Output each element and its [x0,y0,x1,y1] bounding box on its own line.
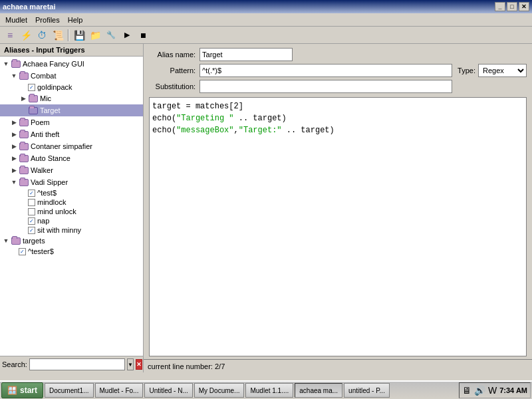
tree-label-mic: Mic [40,94,51,102]
menu-bar: Mudlet Profiles Help [0,13,532,27]
taskbar-item-untitled-p[interactable]: untitled - P... [344,383,390,398]
menu-mudlet[interactable]: Mudlet [1,15,31,25]
substitution-label: Substitution: [149,82,196,90]
checkbox-goldinpack[interactable]: ✓ [28,84,35,91]
toolbar-aliases-btn[interactable]: ≡ [3,28,17,43]
alias-name-label: Alias name: [149,51,196,59]
tree-item-achaea-gui[interactable]: ▼ Achaea Fancy GUI [0,58,143,70]
checkbox-nap[interactable]: ✓ [28,217,35,225]
toolbar-scripts-btn[interactable]: 📜 [51,28,65,43]
tree-area: ▼ Achaea Fancy GUI ▼ Combat ✓ goldinpack [0,57,143,356]
expand-target [19,106,28,115]
checkbox-tester[interactable]: ✓ [19,248,26,255]
start-button[interactable]: 🪟 start [1,382,43,398]
folder-achaea-gui-icon [11,59,21,69]
menu-help[interactable]: Help [64,15,87,25]
toolbar-save-btn[interactable]: 💾 [72,28,86,43]
expand-contaner[interactable]: ▶ [9,142,19,151]
menu-profiles[interactable]: Profiles [31,15,64,25]
taskbar-item-mudlet-fo[interactable]: Mudlet - Fo... [95,383,144,398]
toolbar-btn-6[interactable]: 📁 [88,28,102,43]
taskbar-item-untitled-n[interactable]: Untitled - N... [144,383,192,398]
pattern-input[interactable] [200,64,452,77]
code-editor[interactable]: target = matches[2] echo("Targeting " ..… [149,97,527,356]
tree-item-autostance[interactable]: ▶ Auto Stance [0,152,143,164]
expand-achaea-gui[interactable]: ▼ [1,59,11,68]
status-text: current line number: 2/7 [148,362,225,370]
expand-antitheft[interactable]: ▶ [9,130,19,139]
tree-item-targets[interactable]: ▼ targets [0,235,143,247]
folder-antitheft-icon [19,129,29,140]
alias-name-input[interactable] [200,48,293,61]
search-dropdown-button[interactable]: ▼ [127,358,134,370]
tree-item-poem[interactable]: ▶ Poem [0,116,143,128]
type-select[interactable]: Regex Substring Exact [478,64,527,77]
expand-combat[interactable]: ▼ [9,71,19,80]
expand-targets[interactable]: ▼ [1,236,11,245]
tree-item-mindlock[interactable]: mindlock [0,198,143,207]
checkbox-mindunlock[interactable] [28,208,35,215]
toolbar-btn-8[interactable]: ▶ [120,28,134,43]
taskbar-label-untitled-n: Untitled - N... [149,387,188,394]
tree-item-antitheft[interactable]: ▶ Anti theft [0,128,143,140]
expand-mic[interactable]: ▶ [19,94,28,103]
tree-label-targets: targets [23,237,45,245]
tree-item-test[interactable]: ✓ ^test$ [0,188,143,198]
tree-label-test: ^test$ [37,189,57,197]
tree-label-contaner: Contaner simpafier [31,142,92,150]
expand-walker[interactable]: ▶ [9,166,19,175]
close-button[interactable]: ✕ [519,2,529,11]
toolbar-sep-1 [68,29,69,41]
tree-item-sitwithminny[interactable]: ✓ sit with minny [0,225,143,235]
tree-item-goldinpack[interactable]: ✓ goldinpack [0,82,143,92]
sidebar: Aliases - Input Triggers ▼ Achaea Fancy … [0,44,144,372]
tree-item-walker[interactable]: ▶ Walker [0,164,143,176]
sidebar-header: Aliases - Input Triggers [0,44,143,57]
tree-item-mic[interactable]: ▶ Mic [0,92,143,104]
tree-item-nap[interactable]: ✓ nap [0,216,143,225]
toolbar-timers-btn[interactable]: ⏱ [35,28,49,43]
checkbox-test[interactable]: ✓ [28,190,35,197]
expand-poem[interactable]: ▶ [9,118,19,127]
toolbar-btn-9[interactable]: ⏹ [136,28,150,43]
substitution-input[interactable] [200,80,452,93]
tree-item-tester[interactable]: ✓ ^tester$ [0,247,143,256]
tree-item-mindunlock[interactable]: mind unlock [0,207,143,216]
folder-vadiSipper-icon [19,177,29,188]
checkbox-mindlock[interactable] [28,199,35,206]
tree-item-contaner[interactable]: ▶ Contaner simpafier [0,140,143,152]
taskbar-item-mudlet11[interactable]: Mudlet 1.1.... [245,383,293,398]
expand-vadiSipper[interactable]: ▼ [9,178,19,187]
sidebar-title: Aliases - Input Triggers [4,46,85,54]
tree-item-combat[interactable]: ▼ Combat [0,70,143,82]
tray-icon-w: W [488,385,497,396]
maximize-button[interactable]: □ [507,2,517,11]
tree-label-vadiSipper: Vadi Sipper [31,178,68,186]
tree-item-target[interactable]: Target [0,104,143,116]
checkbox-sitwithminny[interactable]: ✓ [28,227,35,234]
type-label: Type: [458,66,475,74]
taskbar-item-mydocume[interactable]: My Docume... [194,383,245,398]
toolbar-btn-7[interactable]: 🔧 [104,28,118,43]
taskbar-item-document[interactable]: Document1... [45,383,93,398]
title-bar-controls: _ □ ✕ [495,2,529,11]
search-clear-button[interactable]: ✕ [136,359,142,370]
taskbar-label-mudlet11: Mudlet 1.1.... [250,387,289,394]
folder-autostance-icon [19,153,29,164]
taskbar-label-mudlet-fo: Mudlet - Fo... [100,387,139,394]
search-label: Search: [2,360,27,368]
expand-autostance[interactable]: ▶ [9,154,19,163]
tree-label-walker: Walker [31,166,53,174]
status-bar: current line number: 2/7 [144,359,532,372]
minimize-button[interactable]: _ [495,2,505,11]
tree-item-vadiSipper[interactable]: ▼ Vadi Sipper [0,176,143,188]
toolbar-triggers-btn[interactable]: ⚡ [19,28,33,43]
taskbar-item-achaea[interactable]: achaea ma... [295,383,342,398]
expand-goldinpack[interactable] [19,82,28,92]
title-bar-label: achaea maretai [3,3,56,11]
folder-contaner-icon [19,141,29,152]
search-input[interactable] [29,358,125,370]
pattern-row: Type: Regex Substring Exact [200,64,527,77]
tree-label-nap: nap [37,217,49,225]
taskbar-label-untitled-p: untitled - P... [348,387,385,394]
